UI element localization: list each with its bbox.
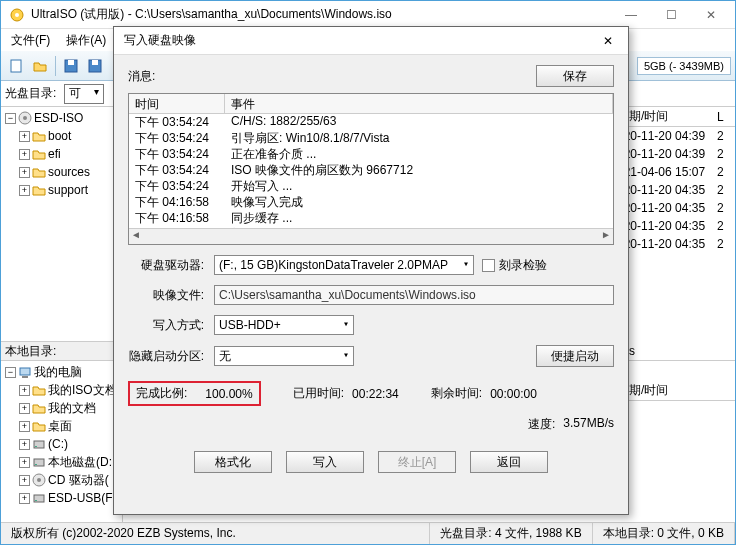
nav-upper-combo[interactable]: 可: [64, 84, 104, 104]
log-row[interactable]: 下午 03:54:24C/H/S: 1882/255/63: [129, 114, 613, 130]
expand-icon[interactable]: +: [19, 385, 30, 396]
list-row[interactable]: 020-11-20 04:392: [613, 127, 735, 145]
new-icon[interactable]: [5, 55, 27, 77]
speed-label: 速度:: [528, 416, 555, 433]
svg-rect-2: [11, 60, 21, 72]
hidden-label: 隐藏启动分区:: [128, 348, 214, 365]
log-row[interactable]: 下午 04:16:58同步缓存 ...: [129, 210, 613, 226]
log-col-event[interactable]: 事件: [225, 94, 613, 113]
expand-icon[interactable]: +: [19, 457, 30, 468]
local-root[interactable]: − 我的电脑: [3, 363, 121, 381]
svg-rect-18: [35, 500, 37, 501]
saveas-icon[interactable]: [84, 55, 106, 77]
svg-rect-6: [92, 60, 98, 65]
folder-icon: [32, 147, 46, 161]
collapse-icon[interactable]: −: [5, 367, 16, 378]
speed-value: 3.57MB/s: [563, 416, 614, 433]
expand-icon[interactable]: +: [19, 167, 30, 178]
expand-icon[interactable]: +: [19, 439, 30, 450]
log-col-time[interactable]: 时间: [129, 94, 225, 113]
status-disc: 光盘目录: 4 文件, 1988 KB: [430, 523, 592, 544]
svg-point-1: [15, 13, 19, 17]
maximize-button[interactable]: ☐: [651, 3, 691, 27]
expand-icon[interactable]: +: [19, 131, 30, 142]
svg-point-16: [37, 478, 41, 482]
log-row[interactable]: 下午 03:54:24ISO 映像文件的扇区数为 9667712: [129, 162, 613, 178]
status-copyright: 版权所有 (c)2002-2020 EZB Systems, Inc.: [1, 523, 430, 544]
expand-icon[interactable]: +: [19, 493, 30, 504]
list-row[interactable]: 020-11-20 04:392: [613, 145, 735, 163]
tree-item[interactable]: +ESD-USB(F:: [3, 489, 121, 507]
log-area: 时间 事件 下午 03:54:24C/H/S: 1882/255/63下午 03…: [128, 93, 614, 245]
open-icon[interactable]: [29, 55, 51, 77]
expand-icon[interactable]: +: [19, 403, 30, 414]
drive-icon: [32, 455, 46, 469]
log-row[interactable]: 下午 04:16:58映像写入完成: [129, 194, 613, 210]
remain-value: 00:00:00: [490, 387, 537, 401]
expand-icon[interactable]: +: [19, 185, 30, 196]
tree-item[interactable]: +我的ISO文档: [3, 381, 121, 399]
save-log-button[interactable]: 保存: [536, 65, 614, 87]
tree-item[interactable]: +CD 驱动器(: [3, 471, 121, 489]
progress-highlight: 完成比例: 100.00%: [128, 381, 261, 406]
svg-rect-14: [35, 464, 37, 465]
tree-item[interactable]: +本地磁盘(D:: [3, 453, 121, 471]
list-row[interactable]: 020-11-20 04:352: [613, 181, 735, 199]
log-row[interactable]: 下午 03:54:24引导扇区: Win10/8.1/8/7/Vista: [129, 130, 613, 146]
drive-icon: [32, 491, 46, 505]
computer-icon: [18, 365, 32, 379]
folder-icon: [32, 383, 46, 397]
svg-rect-12: [35, 446, 37, 447]
save-icon[interactable]: [60, 55, 82, 77]
write-button[interactable]: 写入: [286, 451, 364, 473]
tree-item[interactable]: +(C:): [3, 435, 121, 453]
list-row[interactable]: 021-04-06 15:072: [613, 163, 735, 181]
elapsed-label: 已用时间:: [293, 385, 344, 402]
tree-root[interactable]: − ESD-ISO: [3, 109, 120, 127]
expand-icon[interactable]: +: [19, 149, 30, 160]
folder-icon: [32, 401, 46, 415]
image-path-field: C:\Users\samantha_xu\Documents\Windows.i…: [214, 285, 614, 305]
log-row[interactable]: 下午 03:54:24开始写入 ...: [129, 178, 613, 194]
menu-action[interactable]: 操作(A): [60, 30, 112, 51]
menu-file[interactable]: 文件(F): [5, 30, 56, 51]
method-label: 写入方式:: [128, 317, 214, 334]
local-tree: − 我的电脑 +我的ISO文档+我的文档+桌面+(C:)+本地磁盘(D:+CD …: [1, 361, 123, 522]
dialog-close-button[interactable]: ✕: [594, 30, 622, 52]
hidden-boot-combo[interactable]: 无: [214, 346, 354, 366]
log-row[interactable]: 下午 03:54:24正在准备介质 ...: [129, 146, 613, 162]
folder-icon: [32, 165, 46, 179]
folder-icon: [32, 183, 46, 197]
dialog-title: 写入硬盘映像: [124, 32, 594, 49]
list-row[interactable]: 020-11-20 04:352: [613, 235, 735, 253]
tree-item[interactable]: +support: [3, 181, 120, 199]
collapse-icon[interactable]: −: [5, 113, 16, 124]
quick-boot-button[interactable]: 便捷启动: [536, 345, 614, 367]
tree-item[interactable]: +桌面: [3, 417, 121, 435]
tree-item[interactable]: +boot: [3, 127, 120, 145]
list-row[interactable]: 020-11-20 04:352: [613, 217, 735, 235]
expand-icon[interactable]: +: [19, 475, 30, 486]
dialog-titlebar: 写入硬盘映像 ✕: [114, 27, 628, 55]
app-icon: [9, 7, 25, 23]
progress-value: 100.00%: [205, 387, 252, 401]
checkbox-icon: [482, 259, 495, 272]
log-horizontal-scrollbar[interactable]: [129, 228, 613, 244]
progress-label: 完成比例:: [136, 385, 187, 402]
expand-icon[interactable]: +: [19, 421, 30, 432]
format-button[interactable]: 格式化: [194, 451, 272, 473]
abort-button[interactable]: 终止[A]: [378, 451, 456, 473]
tree-item[interactable]: +我的文档: [3, 399, 121, 417]
verify-checkbox[interactable]: 刻录检验: [482, 257, 547, 274]
disk-usage-label: 5GB (- 3439MB): [637, 57, 731, 75]
return-button[interactable]: 返回: [470, 451, 548, 473]
minimize-button[interactable]: —: [611, 3, 651, 27]
list-row[interactable]: 020-11-20 04:352: [613, 199, 735, 217]
drive-combo[interactable]: (F:, 15 GB)KingstonDataTraveler 2.0PMAP: [214, 255, 474, 275]
window-title: UltraISO (试用版) - C:\Users\samantha_xu\Do…: [31, 6, 611, 23]
local-right-list: iles 日期/时间: [613, 341, 735, 522]
tree-item[interactable]: +efi: [3, 145, 120, 163]
close-button[interactable]: ✕: [691, 3, 731, 27]
tree-item[interactable]: +sources: [3, 163, 120, 181]
write-method-combo[interactable]: USB-HDD+: [214, 315, 354, 335]
